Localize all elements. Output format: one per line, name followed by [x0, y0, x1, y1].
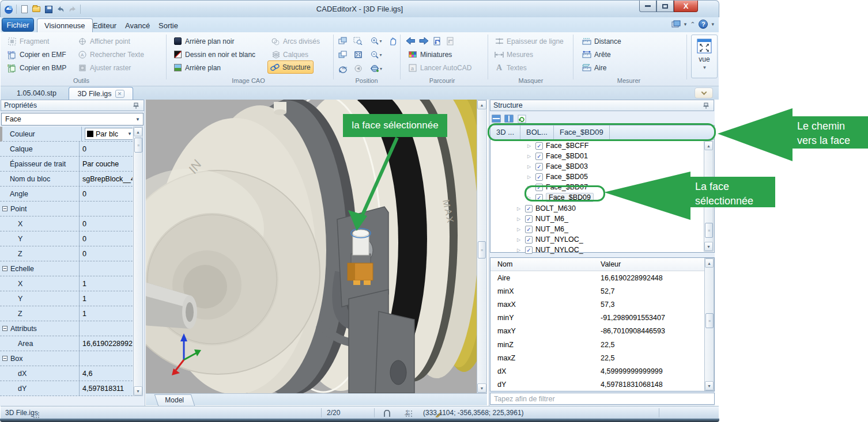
refresh-icon[interactable]: [517, 114, 526, 123]
nom-header[interactable]: Nom: [490, 260, 598, 268]
lancer-autocad-button[interactable]: a Lancer AutoCAD: [406, 61, 474, 74]
fragment-button[interactable]: Fragment: [5, 35, 51, 48]
minimize-button[interactable]: [639, 1, 656, 12]
distance-button[interactable]: Distance: [580, 35, 624, 48]
forward-arrow-button[interactable]: [419, 36, 428, 45]
table-row[interactable]: Aire16,6190228992448: [490, 271, 714, 284]
calques-button[interactable]: Calques: [269, 48, 311, 61]
tab-close-button[interactable]: ✕: [115, 90, 124, 98]
pin-icon[interactable]: [131, 101, 141, 110]
arriere-plan-button[interactable]: Arrière plan: [171, 61, 223, 74]
model-sheet-tab[interactable]: Model: [154, 394, 195, 406]
table-row[interactable]: dY4,59781831068148: [490, 378, 714, 391]
ajuster-raster-button[interactable]: Ajuster raster: [76, 61, 133, 74]
table-row[interactable]: minY-91,2989091553407: [490, 311, 714, 325]
scroll-down-icon[interactable]: ▼: [704, 242, 713, 251]
osnap-spline-icon[interactable]: [382, 409, 391, 418]
tree-item[interactable]: ▷✓NUT_M6_: [517, 224, 568, 234]
rechercher-texte-button[interactable]: A Rechercher Texte: [76, 48, 146, 61]
expand-arrow-icon[interactable]: ▷: [527, 143, 533, 149]
table-scrollbar[interactable]: ▲ ≡ ▼: [704, 258, 714, 391]
filter-input[interactable]: [490, 393, 715, 405]
expand-arrow-icon[interactable]: ▷: [517, 227, 522, 232]
expand-arrow-icon[interactable]: ▷: [517, 216, 522, 222]
previous-view-button[interactable]: [352, 63, 364, 74]
scroll-down-icon[interactable]: ▼: [134, 386, 142, 396]
panel-collapse-button[interactable]: [695, 88, 713, 98]
scrollbar-thumb[interactable]: ≡: [705, 223, 713, 238]
tree-item[interactable]: ▷✓Face_$BD01: [527, 151, 588, 161]
layout-icon[interactable]: [671, 20, 681, 29]
tab-fichier[interactable]: Fichier: [2, 18, 34, 32]
redo-button[interactable]: [68, 5, 77, 14]
afficher-point-button[interactable]: Afficher point: [76, 35, 133, 48]
visibility-checkbox[interactable]: ✓: [525, 236, 533, 244]
copy-view-button[interactable]: [337, 49, 349, 60]
scrollbar-thumb[interactable]: ≡: [134, 138, 142, 153]
expand-arrow-icon[interactable]: ▷: [517, 237, 522, 242]
pan-hand-button[interactable]: [386, 35, 399, 47]
split-horizontal-icon[interactable]: [492, 114, 501, 123]
dessin-nb-button[interactable]: Dessin en noir et blanc: [171, 48, 258, 61]
scroll-down-icon[interactable]: ▼: [705, 381, 714, 390]
orbit-3d-button[interactable]: ▾: [368, 63, 385, 74]
table-row[interactable]: minX52,7: [490, 284, 714, 298]
return-page-disabled-button[interactable]: [446, 36, 455, 45]
table-row[interactable]: maxY-86,7010908446593: [490, 325, 714, 338]
viewport-scrollbar[interactable]: ▲ ≡ ▼: [477, 100, 487, 393]
app-logo-icon[interactable]: [4, 5, 13, 14]
scrollbar-thumb[interactable]: ≡: [478, 241, 486, 258]
arete-button[interactable]: Arête: [580, 48, 613, 61]
entity-type-select[interactable]: Face ▼: [1, 113, 144, 126]
doc-tab-stp[interactable]: 1.05.040.stp: [6, 86, 67, 100]
scroll-up-icon[interactable]: ▲: [705, 258, 714, 268]
vue-button[interactable]: vue ▼: [691, 35, 718, 78]
copier-emf-button[interactable]: EMF Copier en EMF: [5, 48, 69, 61]
epaisseur-ligne-button[interactable]: Epaisseur de ligne: [492, 35, 566, 48]
zoom-fit-button[interactable]: [352, 49, 364, 60]
visibility-checkbox[interactable]: ✓: [525, 246, 533, 254]
maximize-button[interactable]: [656, 1, 674, 12]
tree-item[interactable]: ▷✓Face_$BD03: [527, 161, 588, 172]
ortho-icon[interactable]: ⊥: [404, 408, 410, 417]
visibility-checkbox[interactable]: ✓: [535, 163, 543, 170]
expand-arrow-icon[interactable]: ▷: [517, 248, 522, 253]
zoom-window-button[interactable]: [352, 35, 364, 47]
miniatures-button[interactable]: Miniatures: [406, 48, 454, 61]
collapse-group-icon[interactable]: [2, 206, 7, 211]
expand-arrow-icon[interactable]: ▷: [517, 206, 522, 211]
tree-item[interactable]: ▷✓Face_$BD05: [527, 172, 588, 182]
color-select[interactable]: Par blc▼: [85, 128, 133, 140]
table-row[interactable]: dX4,59999999999999: [490, 364, 714, 378]
help-button[interactable]: ?: [699, 20, 708, 29]
expand-arrow-icon[interactable]: ▷: [527, 164, 533, 169]
tree-item[interactable]: ▷✓NUT_NYLOC_: [517, 234, 583, 245]
close-button[interactable]: X: [674, 1, 698, 12]
textes-button[interactable]: A Textes: [492, 61, 529, 74]
tree-item[interactable]: ▷✓NUT_NYLOC_: [517, 245, 583, 255]
visibility-checkbox[interactable]: ✓: [535, 142, 543, 150]
scrollbar-thumb[interactable]: ≡: [705, 313, 714, 328]
doc-tab-igs[interactable]: 3D File.igs ✕: [69, 87, 133, 100]
undo-button[interactable]: [56, 5, 65, 14]
cascade-views-button[interactable]: [337, 35, 349, 47]
arriere-plan-noir-button[interactable]: Arrière plan noir: [171, 35, 236, 48]
tab-sortie[interactable]: Sortie: [152, 18, 185, 32]
scroll-up-icon[interactable]: ▲: [477, 100, 486, 109]
collapse-ribbon-icon[interactable]: ⌃: [690, 21, 695, 28]
mesures-button[interactable]: Mesures: [492, 48, 535, 61]
expand-arrow-icon[interactable]: ▷: [527, 154, 533, 159]
rotate-35-button[interactable]: 35°: [337, 63, 349, 74]
tree-item[interactable]: ▷✓BOLT_M630: [517, 203, 576, 214]
collapse-group-icon[interactable]: [2, 266, 7, 271]
collapse-group-icon[interactable]: [2, 326, 7, 331]
visibility-checkbox[interactable]: ✓: [535, 173, 543, 181]
valeur-header[interactable]: Valeur: [598, 260, 714, 268]
tree-item[interactable]: ▷✓NUT_M6_: [517, 214, 568, 224]
scroll-up-icon[interactable]: ▲: [704, 141, 713, 150]
zoom-in-button[interactable]: ▾: [368, 35, 385, 47]
split-vertical-icon[interactable]: [504, 114, 514, 123]
table-row[interactable]: maxZ22,5: [490, 351, 714, 364]
arcs-divises-button[interactable]: Arcs divisés: [269, 35, 322, 48]
pin-icon[interactable]: [701, 101, 711, 110]
